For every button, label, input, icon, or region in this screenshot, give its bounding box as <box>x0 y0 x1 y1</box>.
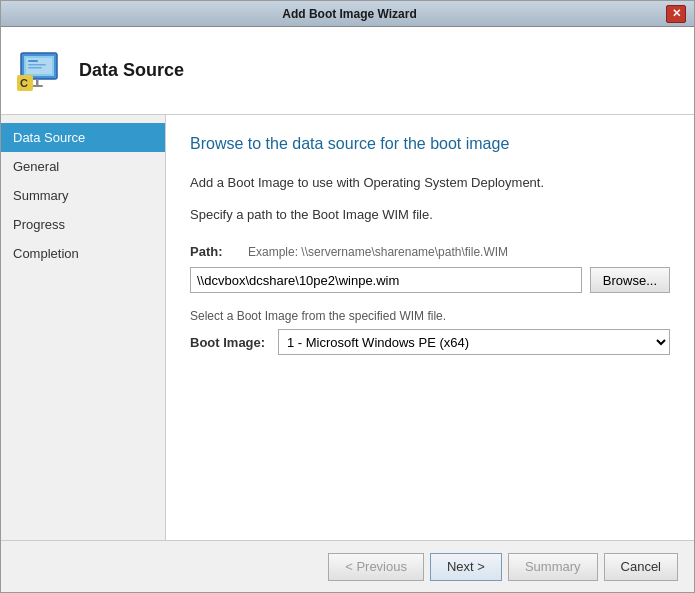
summary-button[interactable]: Summary <box>508 553 598 581</box>
content-area: Data Source General Summary Progress Com… <box>1 115 694 540</box>
boot-image-label: Boot Image: <box>190 335 270 350</box>
next-button[interactable]: Next > <box>430 553 502 581</box>
svg-text:C: C <box>20 77 28 89</box>
svg-rect-4 <box>28 64 46 66</box>
path-label: Path: <box>190 244 240 259</box>
browse-button[interactable]: Browse... <box>590 267 670 293</box>
instruction-2: Specify a path to the Boot Image WIM fil… <box>190 205 670 225</box>
svg-rect-5 <box>28 67 42 69</box>
instruction-1: Add a Boot Image to use with Operating S… <box>190 173 670 193</box>
previous-button[interactable]: < Previous <box>328 553 424 581</box>
path-section: Path: Example: \\servername\sharename\pa… <box>190 244 670 293</box>
main-content: Browse to the data source for the boot i… <box>166 115 694 540</box>
boot-image-select[interactable]: 1 - Microsoft Windows PE (x64) <box>278 329 670 355</box>
header-title: Data Source <box>79 60 184 81</box>
computer-icon: C <box>17 47 65 95</box>
sidebar: Data Source General Summary Progress Com… <box>1 115 166 540</box>
path-example: Example: \\servername\sharename\path\fil… <box>248 245 508 259</box>
title-bar: Add Boot Image Wizard ✕ <box>1 1 694 27</box>
wizard-window: Add Boot Image Wizard ✕ C Data Source Da <box>0 0 695 593</box>
header-area: C Data Source <box>1 27 694 115</box>
svg-rect-3 <box>28 60 38 62</box>
path-input[interactable] <box>190 267 582 293</box>
window-title: Add Boot Image Wizard <box>33 7 666 21</box>
sidebar-item-data-source[interactable]: Data Source <box>1 123 165 152</box>
close-button[interactable]: ✕ <box>666 5 686 23</box>
path-input-row: Browse... <box>190 267 670 293</box>
boot-image-instruction: Select a Boot Image from the specified W… <box>190 309 670 323</box>
path-label-row: Path: Example: \\servername\sharename\pa… <box>190 244 670 259</box>
sidebar-item-summary[interactable]: Summary <box>1 181 165 210</box>
cancel-button[interactable]: Cancel <box>604 553 678 581</box>
svg-rect-6 <box>36 79 39 85</box>
main-title: Browse to the data source for the boot i… <box>190 135 670 153</box>
sidebar-item-progress[interactable]: Progress <box>1 210 165 239</box>
boot-image-section: Select a Boot Image from the specified W… <box>190 309 670 355</box>
footer: < Previous Next > Summary Cancel <box>1 540 694 592</box>
sidebar-item-completion[interactable]: Completion <box>1 239 165 268</box>
sidebar-item-general[interactable]: General <box>1 152 165 181</box>
boot-image-row: Boot Image: 1 - Microsoft Windows PE (x6… <box>190 329 670 355</box>
